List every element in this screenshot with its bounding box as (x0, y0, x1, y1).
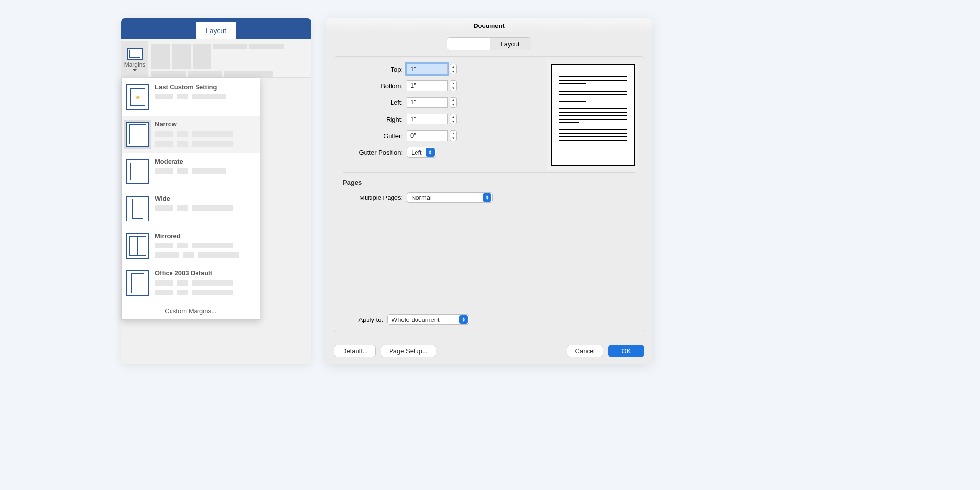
top-input[interactable]: 1" (407, 64, 448, 74)
margins-preset-moderate[interactable]: Moderate (122, 153, 260, 190)
preset-icon (126, 122, 149, 147)
select-arrow-icon: ▲▼ (483, 193, 491, 202)
margins-preset-narrow[interactable]: Narrow (122, 116, 260, 153)
gutter-position-label: Gutter Position: (343, 149, 407, 156)
top-label: Top: (343, 66, 407, 73)
margins-preset-mirrored[interactable]: Mirrored (122, 227, 260, 265)
preset-icon-star (126, 84, 149, 110)
bottom-stepper[interactable]: ▲▼ (450, 80, 457, 91)
preset-icon (126, 159, 149, 184)
dialog-button-row: Default... Page Setup... Cancel OK (326, 339, 652, 364)
right-label: Right: (343, 116, 407, 123)
segmented-tab-layout[interactable]: Layout (490, 38, 530, 50)
margins-dropdown: Last Custom Setting Narrow (121, 78, 260, 320)
left-label: Left: (343, 99, 407, 106)
margins-preset-wide[interactable]: Wide (122, 190, 260, 227)
margins-button[interactable]: Margins (121, 41, 148, 78)
tab-layout[interactable]: Layout (196, 22, 236, 39)
preset-icon (126, 196, 149, 221)
select-arrow-icon: ▲▼ (426, 148, 435, 157)
gutter-input[interactable]: 0" (407, 130, 448, 141)
cancel-button[interactable]: Cancel (567, 345, 603, 357)
page-preview (551, 64, 635, 166)
bottom-input[interactable]: 1" (407, 80, 448, 91)
preset-icon (126, 270, 149, 296)
top-stepper[interactable]: ▲▼ (450, 64, 457, 74)
preset-title: Wide (155, 195, 255, 202)
gutter-stepper[interactable]: ▲▼ (450, 130, 457, 141)
segmented-tab-margins[interactable] (447, 38, 490, 50)
preset-icon (126, 233, 149, 259)
multiple-pages-label: Multiple Pages: (343, 194, 407, 201)
left-input[interactable]: 1" (407, 97, 448, 108)
chevron-down-icon (133, 69, 137, 71)
default-button[interactable]: Default... (334, 345, 376, 357)
apply-to-label: Apply to: (343, 316, 387, 323)
preset-title: Narrow (155, 121, 255, 128)
margins-preset-office2003[interactable]: Office 2003 Default (122, 265, 260, 302)
preset-title: Last Custom Setting (155, 83, 255, 91)
ribbon-panel: Layout Margins Last Custom Setting (121, 18, 311, 364)
gutter-position-value: Left (411, 149, 422, 156)
dialog-title: Document (326, 18, 652, 32)
preset-title: Moderate (155, 158, 255, 165)
ok-button[interactable]: OK (608, 345, 644, 357)
margins-button-label: Margins (124, 61, 146, 68)
pages-heading: Pages (343, 172, 635, 186)
multiple-pages-select[interactable]: Normal ▲▼ (407, 192, 493, 203)
left-stepper[interactable]: ▲▼ (450, 97, 457, 108)
multiple-pages-value: Normal (411, 194, 479, 201)
page-setup-button[interactable]: Page Setup... (381, 345, 436, 357)
gutter-label: Gutter: (343, 132, 407, 140)
apply-to-value: Whole document (392, 316, 455, 323)
gutter-position-select[interactable]: Left ▲▼ (407, 147, 436, 158)
preset-title: Office 2003 Default (155, 270, 255, 277)
segmented-control: Layout (447, 37, 531, 50)
ribbon-ghost-controls (148, 41, 305, 80)
apply-to-select[interactable]: Whole document ▲▼ (387, 314, 469, 325)
bottom-label: Bottom: (343, 82, 407, 90)
right-input[interactable]: 1" (407, 114, 448, 124)
margins-preset-last-custom[interactable]: Last Custom Setting (122, 78, 260, 116)
ribbon-header: Layout (121, 18, 311, 39)
preset-title: Mirrored (155, 232, 255, 240)
select-arrow-icon: ▲▼ (459, 315, 468, 324)
document-dialog: Document Layout Top: 1" ▲▼ Bottom: 1" ▲▼ (326, 18, 652, 364)
ribbon-body: Margins (121, 39, 311, 78)
right-stepper[interactable]: ▲▼ (450, 114, 457, 124)
margins-icon (127, 48, 143, 60)
custom-margins-link[interactable]: Custom Margins... (122, 302, 260, 319)
